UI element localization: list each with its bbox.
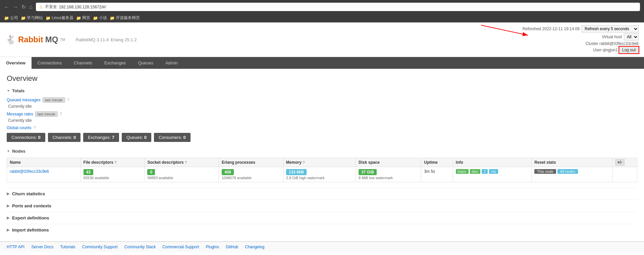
address-text: 192.168.130.128:15672/#/	[59, 5, 106, 9]
message-rates-status: Currently idle	[8, 118, 637, 123]
footer-changelog[interactable]: Changelog	[245, 245, 264, 249]
app-header: 🐇 RabbitMQTM RabbitMQ 3.11.4 Erlang 25.1…	[0, 22, 644, 57]
ports-title: Ports and contexts	[12, 203, 51, 208]
totals-section-title: Totals	[12, 88, 24, 93]
export-toggle-icon: ▶	[7, 216, 9, 220]
uptime-value: 3m 5s	[424, 169, 435, 174]
footer-community-support[interactable]: Community Support	[82, 245, 118, 249]
footer-http-api[interactable]: HTTP API	[7, 245, 24, 249]
empty-cell	[612, 167, 637, 182]
nodes-section-header[interactable]: ▼ Nodes	[7, 147, 637, 155]
bookmark-linux[interactable]: 📁 Linux服务器	[46, 15, 73, 21]
export-definitions-section[interactable]: ▶ Export definitions	[7, 212, 637, 224]
import-toggle-icon: ▶	[7, 228, 9, 232]
exchanges-badge[interactable]: Exchanges: 7	[83, 133, 119, 142]
nodes-section-title: Nodes	[12, 149, 25, 154]
totals-section: ▼ Totals Queued messages last minute ? C…	[7, 87, 637, 142]
channels-badge[interactable]: Channels: 0	[48, 133, 80, 142]
import-definitions-section[interactable]: ▶ Import definitions	[7, 224, 637, 236]
forward-button[interactable]: →	[13, 4, 18, 10]
global-counts-row: Global counts ?	[7, 125, 637, 130]
ports-contexts-section[interactable]: ▶ Ports and contexts	[7, 200, 637, 212]
table-row: rabbit@03fecc33c9e6 43 65536 available 0…	[7, 167, 637, 182]
refresh-interval-select[interactable]: Refresh every 5 seconds Refresh every 10…	[582, 25, 639, 33]
col-socket-descriptors: Socket descriptors ?	[145, 158, 219, 167]
reset-stats-cell: This node All nodes	[532, 167, 612, 182]
global-counts-help[interactable]: ?	[33, 125, 36, 130]
footer-tutorials[interactable]: Tutorials	[60, 245, 75, 249]
refresh-button[interactable]: ↻	[21, 4, 26, 10]
socket-desc-available: 58893 available	[147, 176, 216, 180]
message-rates-label: Message rates	[7, 112, 33, 116]
footer-plugins[interactable]: Plugins	[206, 245, 219, 249]
consumers-badge[interactable]: Consumers: 0	[154, 133, 191, 142]
tag-basic: basic	[456, 169, 469, 174]
bookmark-company[interactable]: 📁 公司	[4, 15, 18, 21]
count-badges-row: Connections: 0 Channels: 0 Exchanges: 7 …	[7, 133, 637, 142]
disk-space-cell: 37 GiB 8 MiB low watermark	[356, 167, 421, 182]
footer-github[interactable]: GitHub	[226, 245, 238, 249]
file-desc-available: 65536 available	[84, 176, 142, 180]
queued-messages-badge[interactable]: last minute	[43, 97, 65, 103]
all-nodes-button[interactable]: All nodes	[557, 169, 578, 174]
message-rates-help[interactable]: ?	[60, 112, 62, 116]
back-button[interactable]: ←	[4, 4, 9, 10]
message-rates-badge[interactable]: last minute	[35, 111, 58, 117]
nav-connections[interactable]: Connections	[32, 57, 68, 69]
memory-watermark: 2.8 GiB high watermark	[286, 176, 353, 180]
footer-commercial-support[interactable]: Commercial Support	[162, 245, 199, 249]
bookmark-opensource[interactable]: 📁 开源服务网页	[110, 15, 140, 21]
col-name: Name	[7, 158, 81, 167]
socket-desc-cell: 0 58893 available	[145, 167, 219, 182]
memory-help[interactable]: ?	[303, 160, 305, 164]
rabbitmq-version: RabbitMQ 3.11.4	[76, 37, 109, 42]
nodes-toggle-icon: ▼	[7, 149, 10, 153]
plusminus-button[interactable]: +/-	[615, 159, 625, 166]
nodes-section: ▼ Nodes Name File descriptors ? Socket d…	[7, 147, 637, 182]
footer-community-slack[interactable]: Community Slack	[124, 245, 156, 249]
node-name-link[interactable]: rabbit@03fecc33c9e6	[10, 169, 49, 174]
export-title: Export definitions	[12, 215, 49, 220]
totals-section-header[interactable]: ▼ Totals	[7, 87, 637, 95]
home-button[interactable]: ⌂	[29, 4, 33, 10]
virtual-host-select[interactable]: All	[624, 33, 639, 41]
erlang-processes-available: 1048576 available	[222, 176, 280, 180]
import-title: Import definitions	[12, 227, 49, 233]
queued-messages-row: Queued messages last minute ?	[7, 97, 637, 103]
tag-2: 2	[482, 169, 488, 174]
col-file-descriptors: File descriptors ?	[80, 158, 145, 167]
bookmark-learning[interactable]: 📁 学习网站	[21, 15, 43, 21]
global-counts-label: Global counts	[7, 125, 31, 130]
this-node-button[interactable]: This node	[534, 169, 556, 174]
socket-desc-help[interactable]: ?	[185, 160, 187, 164]
nav-admin[interactable]: Admin	[159, 57, 184, 69]
file-desc-help[interactable]: ?	[114, 160, 117, 164]
address-bar[interactable]: ⚠ 不安全 192.168.130.128:15672/#/	[36, 3, 640, 11]
connections-badge[interactable]: Connections: 0	[7, 133, 45, 142]
nav-overview[interactable]: Overview	[0, 57, 32, 69]
nav-channels[interactable]: Channels	[68, 57, 98, 69]
queues-badge[interactable]: Queues: 0	[122, 133, 151, 142]
memory-cell: 133 MiB 2.8 GiB high watermark	[283, 167, 356, 182]
socket-desc-value: 0	[147, 169, 155, 175]
logout-button[interactable]: Log out	[619, 47, 639, 53]
logo-tm: TM	[60, 38, 65, 42]
user-label: User qingjun1	[593, 48, 618, 52]
disk-space-value: 37 GiB	[359, 169, 377, 175]
queued-messages-help[interactable]: ?	[67, 98, 69, 102]
churn-title: Churn statistics	[12, 191, 45, 196]
footer-server-docs[interactable]: Server Docs	[31, 245, 53, 249]
bookmark-label: 开源服务网页	[116, 15, 140, 21]
queued-messages-label: Queued messages	[7, 98, 41, 102]
browser-chrome: ← → ↻ ⌂ ⚠ 不安全 192.168.130.128:15672/#/	[0, 0, 644, 14]
erlang-version: Erlang 25.1.2	[111, 37, 137, 42]
totals-toggle-icon: ▼	[7, 89, 10, 93]
bookmark-webpage[interactable]: 📁 网页	[76, 15, 90, 21]
churn-statistics-section[interactable]: ▶ Churn statistics	[7, 188, 637, 200]
col-memory: Memory ?	[283, 158, 356, 167]
nav-exchanges[interactable]: Exchanges	[98, 57, 132, 69]
file-desc-cell: 43 65536 available	[80, 167, 145, 182]
churn-toggle-icon: ▶	[7, 192, 9, 196]
bookmark-novel[interactable]: 📁 小说	[93, 15, 107, 21]
nav-queues[interactable]: Queues	[132, 57, 159, 69]
